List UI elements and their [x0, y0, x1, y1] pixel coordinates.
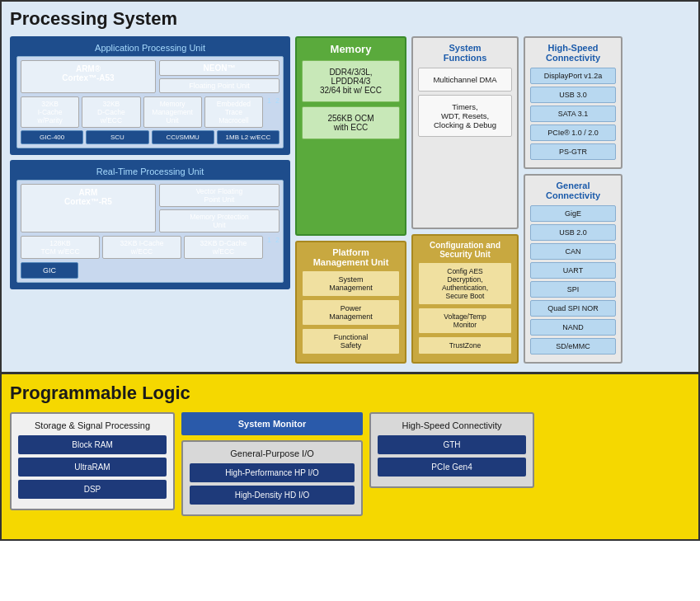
- uart-item: UART: [530, 262, 616, 279]
- gige-item: GigE: [530, 205, 616, 222]
- hp-io: High-Performance HP I/O: [190, 463, 355, 482]
- memory-title: Memory: [302, 43, 400, 55]
- gpio-box: General-Purpose I/O High-Performance HP …: [181, 440, 363, 516]
- neon-col: NEON™ Floating Point Unit: [159, 60, 280, 93]
- ssp-col: Storage & Signal Processing Block RAM Ul…: [10, 412, 175, 516]
- neon-box: NEON™: [159, 60, 280, 76]
- pmu-box: Platform Management Unit System Manageme…: [295, 241, 406, 364]
- qspi-item: Quad SPI NOR: [530, 300, 616, 317]
- sdmmc-item: SD/eMMC: [530, 338, 616, 354]
- csu-box: Configuration and Security Unit Config A…: [411, 234, 519, 364]
- can-item: CAN: [530, 243, 616, 260]
- trace: Embedded Trace Macrocell: [204, 96, 263, 128]
- system-monitor: System Monitor: [181, 412, 363, 435]
- apu-box: Application Processing Unit ARM® Cortex™…: [10, 36, 290, 155]
- hd-io: High-Density HD I/O: [190, 486, 355, 505]
- middle-pl-col: System Monitor General-Purpose I/O High-…: [181, 412, 363, 516]
- usb2-item: USB 2.0: [530, 224, 616, 241]
- cache-dcache: 32KB D-Cache w/ECC: [82, 96, 140, 128]
- left-col: Application Processing Unit ARM® Cortex™…: [10, 36, 290, 364]
- hsc-pl-col: High-Speed Connectivity GTH PCIe Gen4: [369, 412, 534, 516]
- gth: GTH: [378, 435, 526, 454]
- num1: 1: [267, 96, 271, 128]
- ssp-box: Storage & Signal Processing Block RAM Ul…: [10, 412, 175, 510]
- arm-cortex-r5: ARM Cortex™-R5: [21, 184, 156, 232]
- spi-item: SPI: [530, 281, 616, 298]
- hsc-pl-box: High-Speed Connectivity GTH PCIe Gen4: [369, 412, 534, 488]
- dsp: DSP: [18, 480, 167, 499]
- hsc-box: High-Speed Connectivity DisplayPort v1.2…: [524, 36, 622, 169]
- scu: SCU: [86, 130, 148, 144]
- tcm: 128KB TCM w/ECC: [21, 236, 100, 259]
- psgtr-item: PS-GTR: [530, 143, 616, 160]
- sysfunc-box: System Functions Multichannel DMA Timers…: [411, 36, 519, 229]
- rtpu-inner: ARM Cortex™-R5 Vector Floating Point Uni…: [16, 180, 284, 283]
- csu-title: Configuration and Security Unit: [418, 241, 512, 259]
- rtpu-num1: 1: [267, 236, 271, 259]
- hsc-col: High-Speed Connectivity DisplayPort v1.2…: [524, 36, 622, 364]
- rtpu-title: Real-Time Processing Unit: [16, 167, 284, 176]
- processing-system: Processing System Application Processing…: [2, 2, 698, 374]
- pmu-title: Platform Management Unit: [302, 247, 400, 267]
- rtpu-dcache: 32KB D-Cache w/ECC: [184, 236, 263, 259]
- tz-item: TrustZone: [418, 336, 512, 354]
- main-container: Processing System Application Processing…: [0, 0, 700, 541]
- arm-cortex-a53: ARM® Cortex™-A53: [21, 60, 156, 93]
- gpio-title: General-Purpose I/O: [190, 448, 355, 458]
- volt-item: Voltage/Temp Monitor: [418, 308, 512, 334]
- ultra-ram: UltraRAM: [18, 458, 167, 477]
- rtpu-gic: GIC: [21, 262, 78, 279]
- dp-item: DisplayPort v1.2a: [530, 68, 616, 84]
- func-safety: Functional Safety: [302, 328, 400, 354]
- nand-item: NAND: [530, 319, 616, 336]
- apu-bottom-row: GIC-400 SCU CCI/SMMU 1MB L2 w/ECC: [21, 130, 280, 144]
- sysfunc-title: System Functions: [418, 43, 512, 63]
- middle-col: Memory DDR4/3/3L, LPDDR4/3 32/64 bit w/ …: [295, 36, 406, 364]
- rtpu-top: ARM Cortex™-R5 Vector Floating Point Uni…: [21, 184, 280, 232]
- pcie-gen4: PCIe Gen4: [378, 458, 526, 477]
- rtpu-cache-row: 128KB TCM w/ECC 32KB I-Cache w/ECC 32KB …: [21, 236, 280, 259]
- sysfunc-col: System Functions Multichannel DMA Timers…: [411, 36, 519, 364]
- block-ram: Block RAM: [18, 435, 167, 454]
- rtpu-right: Vector Floating Point Unit Memory Protec…: [159, 184, 280, 232]
- sys-mgmt: System Management: [302, 270, 400, 297]
- rtpu-icache: 32KB I-Cache w/ECC: [102, 236, 181, 259]
- pl-content: Storage & Signal Processing Block RAM Ul…: [10, 412, 690, 516]
- cache-icache: 32KB I-Cache w/Parity: [21, 96, 79, 128]
- apu-top: ARM® Cortex™-A53 NEON™ Floating Point Un…: [21, 60, 280, 93]
- ps-content: Application Processing Unit ARM® Cortex™…: [10, 36, 690, 364]
- pwr-mgmt: Power Management: [302, 299, 400, 326]
- ssp-title: Storage & Signal Processing: [18, 420, 167, 430]
- timers-item: Timers, WDT, Resets, Clocking & Debug: [418, 95, 512, 137]
- apu-title: Application Processing Unit: [16, 43, 284, 53]
- gc-title: General Connectivity: [530, 181, 616, 200]
- memory-box: Memory DDR4/3/3L, LPDDR4/3 32/64 bit w/ …: [295, 36, 406, 236]
- usb30-item: USB 3.0: [530, 87, 616, 103]
- fpu-box: Floating Point Unit: [159, 78, 280, 93]
- hsc-title: High-Speed Connectivity: [530, 43, 616, 63]
- ps-title: Processing System: [10, 8, 690, 30]
- ddr-item: DDR4/3/3L, LPDDR4/3 32/64 bit w/ ECC: [302, 60, 400, 102]
- cci-smmu: CCI/SMMU: [152, 130, 214, 144]
- cache-row: 32KB I-Cache w/Parity 32KB D-Cache w/ECC…: [21, 96, 280, 128]
- num2: 2: [275, 96, 280, 128]
- pl-title: Programmable Logic: [10, 383, 690, 404]
- l2-cache: 1MB L2 w/ECC: [217, 130, 280, 144]
- apu-inner: ARM® Cortex™-A53 NEON™ Floating Point Un…: [16, 56, 284, 148]
- dma-item: Multichannel DMA: [418, 68, 512, 92]
- mmu: Memory Management Unit: [143, 96, 202, 128]
- aes-item: Config AES Decryption, Authentication, S…: [418, 262, 512, 305]
- sata-item: SATA 3.1: [530, 106, 616, 122]
- gc-box: General Connectivity GigE USB 2.0 CAN UA…: [524, 174, 622, 364]
- hsc-pl-title: High-Speed Connectivity: [378, 420, 526, 430]
- vfpu: Vector Floating Point Unit: [159, 184, 280, 207]
- pcie-item: PCIe® 1.0 / 2.0: [530, 124, 616, 141]
- ocm-item: 256KB OCM with ECC: [302, 106, 400, 139]
- mpu: Memory Protection Unit: [159, 209, 280, 232]
- gic400: GIC-400: [21, 130, 83, 144]
- rtpu-box: Real-Time Processing Unit ARM Cortex™-R5…: [10, 160, 290, 289]
- programmable-logic: Programmable Logic Storage & Signal Proc…: [2, 374, 698, 539]
- rtpu-num2: 2: [275, 236, 280, 259]
